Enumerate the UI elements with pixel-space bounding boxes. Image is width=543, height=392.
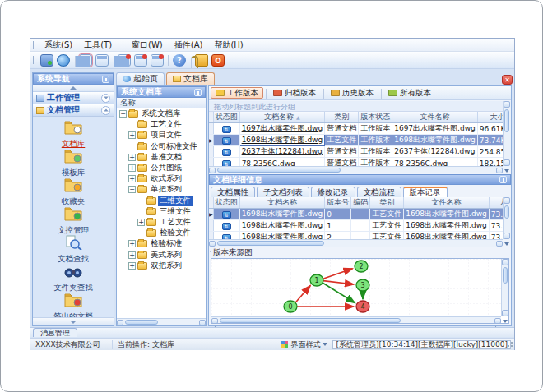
scroll-left-icon[interactable] xyxy=(211,318,218,324)
close-document-icon[interactable] xyxy=(118,54,131,67)
sidebar-item-1[interactable]: 模板库 xyxy=(33,149,114,178)
menubar-grip[interactable] xyxy=(33,41,35,49)
new-window-icon[interactable] xyxy=(79,54,92,67)
sidebar-group-work[interactable]: 工作管理 xyxy=(33,92,114,104)
scroll-right-icon[interactable] xyxy=(494,318,501,324)
expand-plus-icon[interactable]: + xyxy=(128,164,136,172)
expand-plus-icon[interactable]: + xyxy=(128,154,136,161)
collapse-minus-icon[interactable]: − xyxy=(119,110,127,118)
scroll-left-icon[interactable] xyxy=(117,320,123,325)
style-selector[interactable]: 界面样式 xyxy=(276,340,332,349)
tab-文档库[interactable]: 文档库 xyxy=(166,72,215,85)
detail-tab-修改记录[interactable]: 修改记录 xyxy=(311,187,355,197)
column-header-大小[interactable]: 大小 xyxy=(477,112,503,123)
documents-hscrollbar[interactable] xyxy=(209,166,503,173)
chevron-up-icon[interactable] xyxy=(101,106,110,115)
graph-hscrollbar[interactable] xyxy=(211,316,501,323)
chevron-down-icon[interactable] xyxy=(101,94,110,103)
version-node-4[interactable]: 4 xyxy=(356,301,369,312)
table-row[interactable]: ⇅78 2356C.dwg普通文档工作版本78 2356C.dwg182.15K… xyxy=(209,158,503,167)
table-row[interactable]: ⇅1698出水嘴零件图.dwg2工艺文件1698出水嘴零件图.dwg73.00K… xyxy=(209,232,503,240)
tree-column-header[interactable]: 名称 xyxy=(117,98,206,108)
menu-item-3[interactable]: 插件(A) xyxy=(169,39,209,52)
toolbar-grip[interactable] xyxy=(33,56,35,64)
column-header-版本号[interactable]: 版本号 xyxy=(325,197,351,209)
web-icon[interactable] xyxy=(57,54,70,67)
version-filter-历史版本[interactable]: 历史版本 xyxy=(326,87,378,99)
menu-item-0[interactable]: 系统(S) xyxy=(39,39,78,52)
scroll-down-icon[interactable] xyxy=(504,233,510,239)
expand-plus-icon[interactable]: + xyxy=(128,240,136,247)
column-header-版本状态[interactable]: 版本状态 xyxy=(359,112,392,123)
message-panel-tab[interactable]: 消息管理 xyxy=(33,328,77,337)
detail-tab-文档属性[interactable]: 文档属性 xyxy=(211,187,255,197)
tree-item[interactable]: −单把系列 xyxy=(117,184,206,195)
scroll-right-icon[interactable] xyxy=(496,168,503,173)
lock-icon[interactable] xyxy=(195,54,208,67)
version-node-0[interactable]: 0 xyxy=(284,301,297,312)
tree-item[interactable]: −系统文档库 xyxy=(117,108,206,119)
version-node-2[interactable]: 2 xyxy=(355,261,368,272)
column-header-文档名称[interactable]: 文档名称▲ xyxy=(239,112,325,123)
table-row[interactable]: ⇅1698出水嘴零件图.dwg1工艺文件1698出水嘴零件图.dwg73.00K… xyxy=(209,220,503,232)
tree-horizontal-scrollbar[interactable] xyxy=(117,318,206,325)
column-header-类别[interactable]: 类别 xyxy=(325,112,359,123)
document-link[interactable]: 2637主体(12284).dwg xyxy=(242,147,323,155)
scroll-left-icon[interactable] xyxy=(209,168,216,173)
sidebar-item-3[interactable]: 文控管理 xyxy=(33,206,114,235)
sidebar-more-strip[interactable] xyxy=(33,317,114,325)
table-row[interactable]: ▶⇅1698出水嘴零件图.dwg工艺文件工作版本1698出水嘴零件图.dwg73… xyxy=(209,135,503,146)
tree-item[interactable]: +检验标准 xyxy=(117,238,206,249)
collapse-minus-icon[interactable]: − xyxy=(128,186,136,193)
version-node-3[interactable]: 3 xyxy=(356,279,369,291)
column-header-文档名称[interactable]: 文档名称 xyxy=(239,197,325,209)
column-header-编码[interactable]: 编码 xyxy=(351,197,370,209)
scroll-up-icon[interactable] xyxy=(504,101,510,108)
detail-tab-子文档列表[interactable]: 子文档列表 xyxy=(257,187,309,197)
expand-plus-icon[interactable]: + xyxy=(137,219,145,226)
version-filter-归档版本[interactable]: 归档版本 xyxy=(268,87,321,99)
close-other-documents-icon[interactable] xyxy=(151,54,164,67)
tree-item[interactable]: 三维文件 xyxy=(117,206,206,217)
document-link[interactable]: 1697出水嘴零件图.dwg xyxy=(242,124,323,132)
tree-item[interactable]: +公共图纸 xyxy=(117,163,206,173)
pin-icon[interactable] xyxy=(102,76,109,83)
document-link[interactable]: 1698出水嘴零件图.dwg xyxy=(242,136,323,144)
datasource-icon[interactable] xyxy=(40,54,53,67)
version-filter-所有版本[interactable]: 所有版本 xyxy=(383,87,436,99)
scroll-down-icon[interactable] xyxy=(502,310,508,316)
tree-item[interactable]: +基准文档 xyxy=(117,152,206,163)
expand-plus-icon[interactable]: + xyxy=(128,251,136,259)
pin-icon[interactable] xyxy=(499,176,507,183)
scroll-up-icon[interactable] xyxy=(502,259,508,265)
column-header-文件名称[interactable]: 文件名称 xyxy=(404,197,490,209)
detail-tab-文档流程[interactable]: 文档流程 xyxy=(357,187,401,197)
sidebar-item-5[interactable]: 文件夹查找 xyxy=(33,264,114,293)
menu-item-2[interactable]: 窗口(W) xyxy=(123,39,169,52)
column-header-状态图[interactable]: 状态图 xyxy=(213,197,239,209)
tab-起始页[interactable]: 起始页 xyxy=(116,72,165,85)
scroll-down-icon[interactable] xyxy=(504,159,510,166)
versions-vscrollbar[interactable] xyxy=(503,197,511,239)
resize-grip[interactable] xyxy=(506,342,513,348)
sidebar-item-4[interactable]: 文档查找 xyxy=(33,235,114,264)
table-row[interactable]: ⇅1697出水嘴零件图.dwg普通文档工作版本1697出水嘴零件图.dwg96.… xyxy=(209,123,503,135)
tree-item[interactable]: +美式系列 xyxy=(117,249,206,260)
sidebar-collapse-strip[interactable] xyxy=(33,85,114,92)
version-node-1[interactable]: 1 xyxy=(310,274,323,286)
sidebar-item-6[interactable]: 签出的文档 xyxy=(33,293,114,317)
table-row[interactable]: ⇅2637主体(12284).dwg普通文档工作版本2637主体(12284).… xyxy=(209,146,503,158)
tree-item[interactable]: +工艺文件 xyxy=(117,217,206,228)
documents-vscrollbar[interactable] xyxy=(503,101,511,166)
tree-item[interactable]: 工艺文件 xyxy=(117,119,206,130)
expand-plus-icon[interactable]: + xyxy=(128,262,136,270)
expand-plus-icon[interactable]: + xyxy=(128,131,136,139)
tree-item[interactable]: +欧式系列 xyxy=(117,173,206,184)
sidebar-group-docs[interactable]: 文档管理 xyxy=(33,104,114,117)
menu-item-4[interactable]: 帮助(H) xyxy=(208,39,248,52)
window-layout-icon[interactable] xyxy=(95,54,109,67)
version-filter-工作版本[interactable]: 工作版本 xyxy=(211,87,263,99)
scroll-up-icon[interactable] xyxy=(504,197,510,204)
column-header-大小[interactable]: 大小 xyxy=(489,197,503,209)
table-row[interactable]: ▶⇅1698出水嘴零件图.dwg0工艺文件1698出水嘴零件图.dwg73.00… xyxy=(209,209,503,220)
